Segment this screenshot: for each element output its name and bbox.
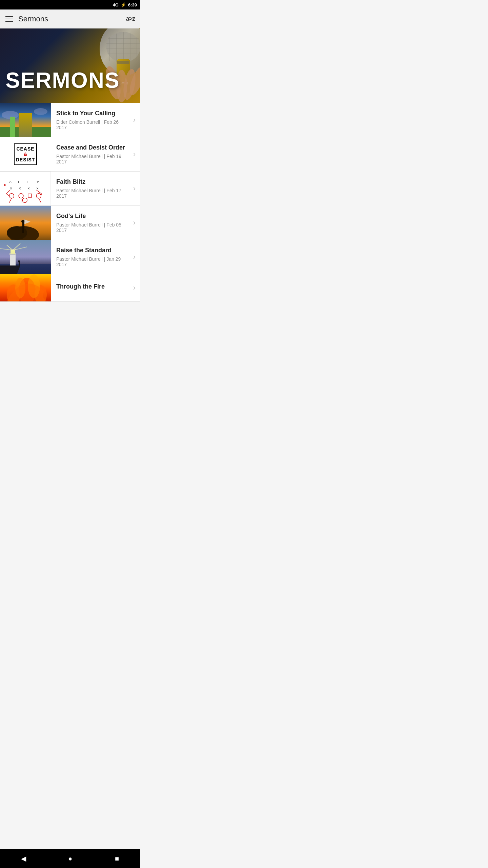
sermon-thumbnail bbox=[0, 206, 51, 240]
sermon-thumbnail: CEASE & DESIST bbox=[0, 137, 51, 171]
sermon-title: God's Life bbox=[56, 213, 130, 220]
sermon-title: Raise the Standard bbox=[56, 247, 130, 254]
hero-title: SERMONS bbox=[5, 68, 120, 93]
chevron-right-icon: › bbox=[133, 218, 140, 227]
sermon-title: Cease and Desist Order bbox=[56, 144, 130, 152]
hamburger-menu-button[interactable] bbox=[5, 16, 13, 22]
svg-rect-24 bbox=[0, 127, 22, 137]
svg-point-42 bbox=[22, 198, 27, 203]
sermon-item[interactable]: Stick to Your Calling Elder Colmon Burre… bbox=[0, 103, 140, 137]
svg-rect-49 bbox=[22, 223, 24, 233]
chevron-right-icon: › bbox=[133, 150, 140, 159]
sermon-item[interactable]: God's Life Pastor Michael Burrell | Feb … bbox=[0, 206, 140, 240]
football-play-diagram: F A I T H × × × × bbox=[3, 173, 47, 204]
svg-text:A: A bbox=[9, 180, 12, 183]
svg-line-43 bbox=[9, 198, 12, 203]
svg-text:H: H bbox=[37, 180, 40, 183]
sermon-meta: Pastor Michael Burrell | Feb 19 2017 bbox=[56, 154, 130, 164]
page-title: Sermons bbox=[18, 15, 126, 23]
svg-point-39 bbox=[19, 194, 23, 198]
sermon-info: Stick to Your Calling Elder Colmon Burre… bbox=[51, 105, 133, 135]
svg-text:×: × bbox=[19, 186, 21, 191]
svg-point-20 bbox=[2, 111, 19, 119]
svg-rect-40 bbox=[28, 194, 32, 197]
sermon-title: Stick to Your Calling bbox=[56, 110, 130, 117]
hero-banner: SM58 SERMONS bbox=[0, 28, 140, 103]
sermon-info: Raise the Standard Pastor Michael Burrel… bbox=[51, 242, 133, 272]
svg-point-65 bbox=[18, 260, 20, 262]
battery-icon: ⚡ bbox=[121, 2, 126, 7]
svg-rect-26 bbox=[25, 125, 26, 128]
sermon-title: Faith Blitz bbox=[56, 178, 130, 186]
svg-point-38 bbox=[9, 194, 14, 198]
svg-point-41 bbox=[36, 194, 41, 198]
clock: 6:39 bbox=[128, 2, 137, 7]
svg-rect-51 bbox=[24, 219, 24, 228]
chevron-right-icon: › bbox=[133, 253, 140, 261]
chevron-right-icon: › bbox=[133, 283, 140, 292]
sermon-thumbnail bbox=[0, 274, 51, 301]
svg-text:I: I bbox=[18, 180, 19, 183]
svg-text:T: T bbox=[27, 180, 29, 183]
sermon-meta: Pastor Michael Burrell | Jan 29 2017 bbox=[56, 256, 130, 267]
sermon-meta: Pastor Michael Burrell | Feb 17 2017 bbox=[56, 188, 130, 199]
svg-marker-55 bbox=[0, 265, 20, 274]
svg-point-19 bbox=[20, 120, 30, 130]
sermon-item[interactable]: F A I T H × × × × bbox=[0, 172, 140, 206]
svg-text:F: F bbox=[4, 183, 6, 187]
sermon-thumbnail bbox=[0, 103, 51, 137]
sermon-item[interactable]: CEASE & DESIST Cease and Desist Order Pa… bbox=[0, 137, 140, 172]
svg-rect-27 bbox=[25, 130, 26, 132]
sermon-thumbnail: F A I T H × × × × bbox=[0, 172, 51, 205]
svg-point-21 bbox=[34, 108, 47, 115]
chevron-right-icon: › bbox=[133, 184, 140, 193]
svg-rect-64 bbox=[19, 262, 20, 265]
status-bar: 4G ⚡ 6:39 bbox=[0, 0, 140, 9]
svg-rect-12 bbox=[117, 61, 129, 64]
sermon-meta: Pastor Michael Burrell | Feb 05 2017 bbox=[56, 222, 130, 233]
svg-line-45 bbox=[39, 198, 41, 203]
sermon-info: God's Life Pastor Michael Burrell | Feb … bbox=[51, 208, 133, 238]
svg-text:×: × bbox=[10, 186, 12, 191]
svg-rect-56 bbox=[10, 254, 16, 265]
sermon-list: Stick to Your Calling Elder Colmon Burre… bbox=[0, 103, 140, 302]
sermon-item[interactable]: Through the Fire › bbox=[0, 274, 140, 302]
sermon-info: Faith Blitz Pastor Michael Burrell | Feb… bbox=[51, 174, 133, 203]
svg-marker-22 bbox=[22, 123, 29, 137]
signal-indicator: 4G bbox=[113, 2, 119, 7]
svg-marker-23 bbox=[24, 120, 27, 123]
az-sort-button[interactable]: a>z bbox=[126, 15, 135, 22]
sermon-title: Through the Fire bbox=[56, 283, 130, 291]
svg-text:×: × bbox=[27, 186, 30, 191]
sermon-thumbnail bbox=[0, 240, 51, 274]
top-nav: Sermons a>z bbox=[0, 9, 140, 28]
svg-rect-25 bbox=[29, 127, 51, 137]
sermon-meta: Elder Colmon Burrell | Feb 26 2017 bbox=[56, 119, 130, 130]
svg-point-48 bbox=[7, 226, 27, 240]
chevron-right-icon: › bbox=[133, 116, 140, 124]
sermon-info: Cease and Desist Order Pastor Michael Bu… bbox=[51, 139, 133, 169]
svg-rect-28 bbox=[25, 134, 26, 137]
sermon-item[interactable]: Raise the Standard Pastor Michael Burrel… bbox=[0, 240, 140, 274]
sermon-info: Through the Fire bbox=[51, 278, 133, 297]
